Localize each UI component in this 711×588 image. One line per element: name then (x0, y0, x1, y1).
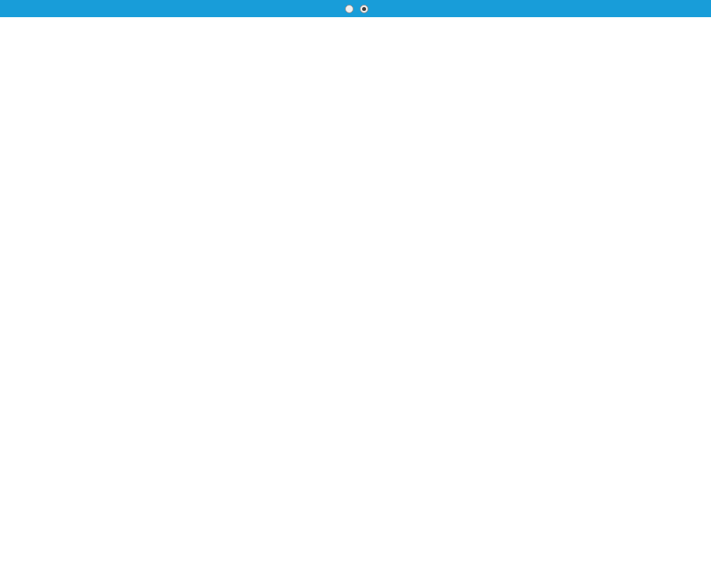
radio-unchecked-icon (345, 5, 354, 13)
titlebar (0, 0, 711, 17)
layout-radio-vertical[interactable] (345, 5, 356, 13)
radio-checked-icon (360, 5, 368, 13)
layout-radio-horizontal[interactable] (360, 5, 371, 13)
